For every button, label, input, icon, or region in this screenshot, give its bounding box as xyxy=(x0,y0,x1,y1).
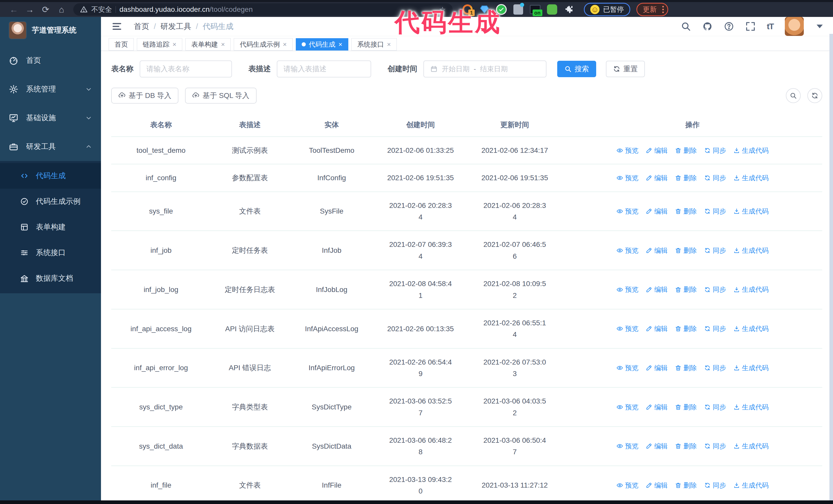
not-secure-warning-icon[interactable] xyxy=(80,6,88,13)
submenu-item-表单构建[interactable]: 表单构建 xyxy=(0,214,101,240)
breadcrumb-item[interactable]: 研发工具 xyxy=(161,21,191,32)
close-tab-icon[interactable]: × xyxy=(283,41,287,48)
action-预览[interactable]: 预览 xyxy=(616,480,639,491)
action-预览[interactable]: 预览 xyxy=(616,284,639,295)
close-tab-icon[interactable]: × xyxy=(387,41,391,48)
action-同步[interactable]: 同步 xyxy=(704,480,726,491)
action-预览[interactable]: 预览 xyxy=(616,362,639,373)
action-编辑[interactable]: 编辑 xyxy=(646,441,668,452)
action-同步[interactable]: 同步 xyxy=(704,206,726,217)
end-date-placeholder[interactable]: 结束日期 xyxy=(480,64,508,74)
action-同步[interactable]: 同步 xyxy=(704,145,726,156)
tab-代码生成[interactable]: 代码生成× xyxy=(296,38,348,50)
sidebar-item-基础设施[interactable]: 基础设施 xyxy=(0,103,101,132)
action-删除[interactable]: 删除 xyxy=(675,245,697,256)
reset-button[interactable]: 重置 xyxy=(606,61,645,77)
action-同步[interactable]: 同步 xyxy=(704,402,726,412)
action-编辑[interactable]: 编辑 xyxy=(646,172,668,183)
action-编辑[interactable]: 编辑 xyxy=(646,402,668,412)
browser-back-icon[interactable]: ← xyxy=(7,3,21,16)
action-删除[interactable]: 删除 xyxy=(675,172,697,183)
action-预览[interactable]: 预览 xyxy=(616,172,639,183)
submenu-item-代码生成[interactable]: 代码生成 xyxy=(0,163,101,189)
help-icon[interactable] xyxy=(724,21,734,31)
search-button[interactable]: 搜索 xyxy=(557,61,596,77)
action-编辑[interactable]: 编辑 xyxy=(646,323,668,334)
user-avatar[interactable] xyxy=(785,17,804,36)
app-logo[interactable]: 芋道管理系统 xyxy=(0,17,101,44)
action-预览[interactable]: 预览 xyxy=(616,441,639,452)
action-删除[interactable]: 删除 xyxy=(675,145,697,156)
tab-首页[interactable]: 首页 xyxy=(109,38,134,50)
sidebar-item-研发工具[interactable]: 研发工具 xyxy=(0,132,101,161)
action-编辑[interactable]: 编辑 xyxy=(646,284,668,295)
action-同步[interactable]: 同步 xyxy=(704,323,726,334)
action-同步[interactable]: 同步 xyxy=(704,284,726,295)
submenu-item-代码生成示例[interactable]: 代码生成示例 xyxy=(0,189,101,214)
user-menu-caret-icon[interactable] xyxy=(816,25,823,28)
action-生成代码[interactable]: 生成代码 xyxy=(733,323,769,334)
action-删除[interactable]: 删除 xyxy=(675,441,697,452)
security-label[interactable]: 不安全 xyxy=(91,5,112,14)
action-生成代码[interactable]: 生成代码 xyxy=(733,362,769,373)
action-预览[interactable]: 预览 xyxy=(616,402,639,412)
submenu-item-系统接口[interactable]: 系统接口 xyxy=(0,240,101,266)
sidebar-item-首页[interactable]: 首页 xyxy=(0,46,101,75)
action-生成代码[interactable]: 生成代码 xyxy=(733,480,769,491)
browser-home-icon[interactable]: ⌂ xyxy=(55,3,68,16)
profile-paused-badge[interactable]: ☺ 已暂停 xyxy=(584,3,630,16)
search-icon[interactable] xyxy=(681,21,691,31)
extensions-puzzle-icon[interactable] xyxy=(563,4,575,15)
close-tab-icon[interactable]: × xyxy=(221,41,225,48)
action-删除[interactable]: 删除 xyxy=(675,284,697,295)
db-import-button[interactable]: 基于 DB 导入 xyxy=(111,88,178,103)
action-预览[interactable]: 预览 xyxy=(616,323,639,334)
start-date-placeholder[interactable]: 开始日期 xyxy=(442,64,470,74)
show-search-toggle-button[interactable] xyxy=(786,88,801,103)
action-编辑[interactable]: 编辑 xyxy=(646,245,668,256)
action-删除[interactable]: 删除 xyxy=(675,402,697,412)
table-name-input[interactable] xyxy=(140,61,232,77)
action-生成代码[interactable]: 生成代码 xyxy=(733,245,769,256)
action-同步[interactable]: 同步 xyxy=(704,362,726,373)
action-生成代码[interactable]: 生成代码 xyxy=(733,402,769,412)
action-生成代码[interactable]: 生成代码 xyxy=(733,206,769,217)
sidebar-item-系统管理[interactable]: 系统管理 xyxy=(0,75,101,103)
github-icon[interactable] xyxy=(702,21,713,31)
action-预览[interactable]: 预览 xyxy=(616,145,639,156)
action-删除[interactable]: 删除 xyxy=(675,362,697,373)
action-删除[interactable]: 删除 xyxy=(675,206,697,217)
collapse-sidebar-icon[interactable] xyxy=(111,21,122,32)
action-删除[interactable]: 删除 xyxy=(675,323,697,334)
tab-链路追踪[interactable]: 链路追踪× xyxy=(137,38,182,50)
action-同步[interactable]: 同步 xyxy=(704,245,726,256)
refresh-table-button[interactable] xyxy=(807,88,822,103)
close-tab-icon[interactable]: × xyxy=(172,41,176,48)
action-预览[interactable]: 预览 xyxy=(616,206,639,217)
browser-reload-icon[interactable]: ⟳ xyxy=(39,3,52,16)
action-生成代码[interactable]: 生成代码 xyxy=(733,284,769,295)
browser-forward-icon[interactable]: → xyxy=(23,3,37,16)
table-name-field[interactable] xyxy=(146,65,225,73)
font-size-icon[interactable]: tT xyxy=(767,22,774,31)
action-编辑[interactable]: 编辑 xyxy=(646,480,668,491)
action-生成代码[interactable]: 生成代码 xyxy=(733,441,769,452)
action-同步[interactable]: 同步 xyxy=(704,441,726,452)
close-tab-icon[interactable]: × xyxy=(339,41,342,48)
browser-update-button[interactable]: 更新 xyxy=(636,3,668,16)
action-生成代码[interactable]: 生成代码 xyxy=(733,172,769,183)
action-编辑[interactable]: 编辑 xyxy=(646,145,668,156)
action-预览[interactable]: 预览 xyxy=(616,245,639,256)
action-编辑[interactable]: 编辑 xyxy=(646,362,668,373)
url-text[interactable]: dashboard.yudao.iocoder.cn/tool/codegen xyxy=(119,5,253,14)
action-生成代码[interactable]: 生成代码 xyxy=(733,145,769,156)
submenu-item-数据库文档[interactable]: 数据库文档 xyxy=(0,266,101,291)
extension-sliders-icon[interactable] xyxy=(513,4,524,15)
table-desc-field[interactable] xyxy=(284,65,364,73)
extension-robot-icon[interactable] xyxy=(546,4,558,15)
action-编辑[interactable]: 编辑 xyxy=(646,206,668,217)
browser-menu-icon[interactable] xyxy=(662,6,664,13)
tab-表单构建[interactable]: 表单构建× xyxy=(185,38,231,50)
sql-import-button[interactable]: 基于 SQL 导入 xyxy=(185,88,257,103)
action-同步[interactable]: 同步 xyxy=(704,172,726,183)
